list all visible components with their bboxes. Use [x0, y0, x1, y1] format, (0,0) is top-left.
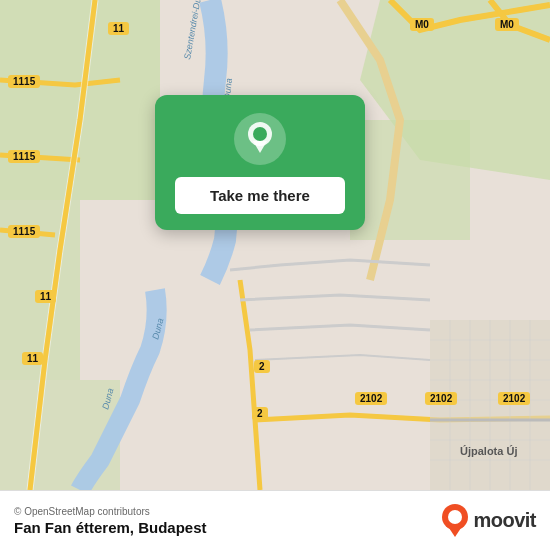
road-label-2a: 2	[254, 360, 270, 373]
location-icon-wrapper	[234, 113, 286, 165]
svg-marker-27	[253, 141, 267, 153]
road-label-11b: 11	[35, 290, 56, 303]
road-label-2102a: 2102	[355, 392, 387, 405]
bottom-info: © OpenStreetMap contributors Fan Fan étt…	[14, 506, 207, 536]
place-name: Fan Fan étterem, Budapest	[14, 519, 207, 536]
svg-point-29	[448, 510, 462, 524]
road-label-M0b: M0	[495, 18, 519, 31]
location-pin-icon	[245, 121, 275, 157]
map-container: Szentendrei-Duna Duna Duna Duna	[0, 0, 550, 490]
road-label-1115c: 1115	[8, 225, 40, 238]
map-svg: Szentendrei-Duna Duna Duna Duna	[0, 0, 550, 490]
moovit-wordmark: moovit	[473, 509, 536, 532]
svg-point-26	[253, 127, 267, 141]
road-label-2b: 2	[252, 407, 268, 420]
road-label-11a: 11	[108, 22, 129, 35]
svg-text:Újpalota Új: Újpalota Új	[460, 445, 517, 457]
take-me-there-button[interactable]: Take me there	[175, 177, 345, 214]
road-label-2102c: 2102	[498, 392, 530, 405]
svg-marker-30	[447, 525, 463, 537]
road-label-M0a: M0	[410, 18, 434, 31]
road-label-11c: 11	[22, 352, 43, 365]
road-label-2102b: 2102	[425, 392, 457, 405]
road-label-1115b: 1115	[8, 150, 40, 163]
copyright-text: © OpenStreetMap contributors	[14, 506, 207, 517]
svg-rect-4	[350, 120, 470, 240]
moovit-pin-icon	[441, 503, 469, 539]
popup-card: Take me there	[155, 95, 365, 230]
road-label-1115a: 1115	[8, 75, 40, 88]
moovit-logo: moovit	[441, 503, 536, 539]
bottom-bar: © OpenStreetMap contributors Fan Fan étt…	[0, 490, 550, 550]
